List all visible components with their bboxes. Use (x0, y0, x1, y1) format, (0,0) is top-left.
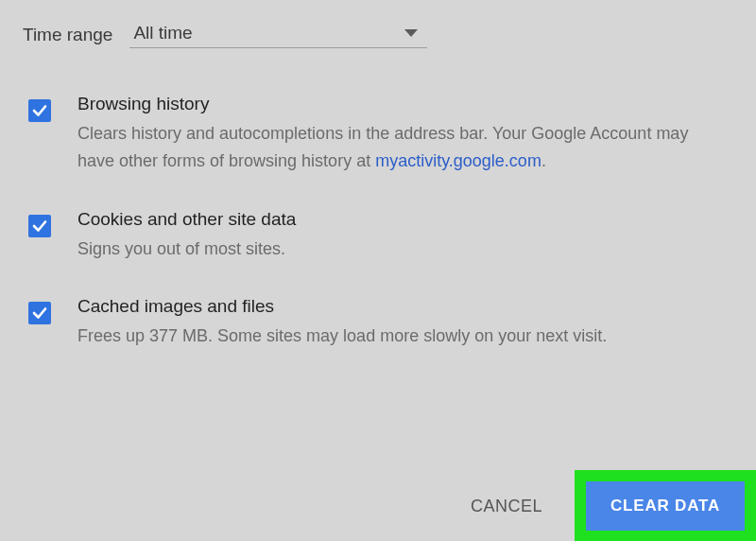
checkbox-cached[interactable] (28, 302, 51, 324)
option-cookies: Cookies and other site data Signs you ou… (28, 209, 733, 263)
checkbox-cookies[interactable] (28, 215, 51, 237)
clear-data-button[interactable]: CLEAR DATA (586, 481, 745, 531)
option-cached: Cached images and files Frees up 377 MB.… (28, 296, 733, 350)
time-range-select[interactable]: All time (129, 21, 427, 48)
option-title: Cookies and other site data (77, 209, 724, 230)
option-text: Browsing history Clears history and auto… (77, 94, 733, 175)
check-icon (31, 102, 48, 119)
option-text: Cached images and files Frees up 377 MB.… (77, 296, 733, 350)
option-desc: Clears history and autocompletions in th… (77, 120, 724, 175)
desc-suffix: . (541, 151, 546, 170)
time-range-label: Time range (23, 25, 112, 45)
dialog-footer: CANCEL CLEAR DATA (448, 471, 756, 541)
option-desc: Signs you out of most sites. (77, 236, 724, 263)
chevron-down-icon (404, 29, 418, 37)
time-range-value: All time (133, 23, 192, 44)
cancel-button[interactable]: CANCEL (448, 485, 565, 528)
checkbox-browsing-history[interactable] (28, 99, 51, 122)
option-title: Cached images and files (77, 296, 724, 317)
check-icon (31, 305, 48, 322)
clear-data-highlight: CLEAR DATA (575, 470, 756, 541)
time-range-row: Time range All time (23, 21, 733, 48)
check-icon (31, 218, 48, 235)
dialog-body: Time range All time Browsing history Cle… (0, 0, 756, 350)
myactivity-link[interactable]: myactivity.google.com (375, 151, 541, 170)
option-title: Browsing history (77, 94, 724, 114)
options-list: Browsing history Clears history and auto… (23, 94, 733, 350)
option-browsing-history: Browsing history Clears history and auto… (28, 94, 733, 175)
option-desc: Frees up 377 MB. Some sites may load mor… (77, 323, 724, 350)
option-text: Cookies and other site data Signs you ou… (77, 209, 733, 263)
